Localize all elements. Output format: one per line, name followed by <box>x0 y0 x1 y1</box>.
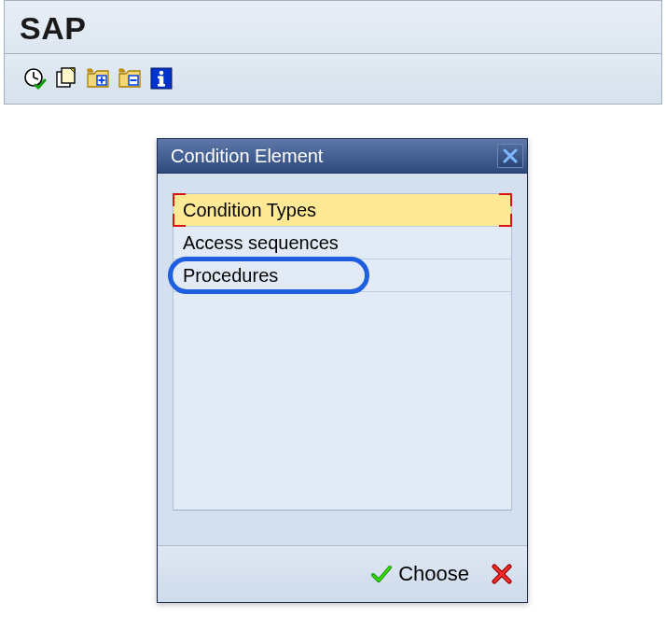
app-title: SAP <box>20 10 86 47</box>
option-procedures[interactable]: Procedures <box>173 259 511 292</box>
choose-label: Choose <box>398 562 469 586</box>
check-icon <box>370 563 393 585</box>
svg-rect-19 <box>158 84 165 87</box>
option-access-sequences[interactable]: Access sequences <box>173 227 511 259</box>
option-label: Access sequences <box>183 232 339 253</box>
dialog-title: Condition Element <box>171 146 323 167</box>
folder-plus-icon[interactable] <box>85 65 111 91</box>
option-label: Condition Types <box>183 200 316 220</box>
svg-point-16 <box>160 71 164 76</box>
option-label: Procedures <box>183 265 278 286</box>
clock-check-icon[interactable] <box>21 65 48 91</box>
close-icon <box>503 148 518 163</box>
svg-rect-18 <box>158 77 161 79</box>
svg-marker-7 <box>88 69 93 72</box>
condition-element-dialog: Condition Element Condition Types Access… <box>157 138 528 603</box>
app-title-band: SAP <box>4 0 662 54</box>
cancel-button[interactable] <box>492 564 512 584</box>
dialog-list: Condition Types Access sequences Procedu… <box>173 193 512 511</box>
svg-marker-12 <box>119 69 125 72</box>
option-condition-types[interactable]: Condition Types <box>173 194 511 227</box>
copy-icon[interactable] <box>53 65 79 91</box>
choose-button[interactable]: Choose <box>370 562 469 586</box>
dialog-footer: Choose <box>158 545 527 602</box>
info-icon[interactable] <box>148 65 174 91</box>
dialog-titlebar: Condition Element <box>158 139 527 174</box>
folder-minus-icon[interactable] <box>117 65 143 91</box>
toolbar <box>4 54 662 105</box>
cancel-icon <box>492 564 512 584</box>
dialog-close-button[interactable] <box>497 144 523 168</box>
